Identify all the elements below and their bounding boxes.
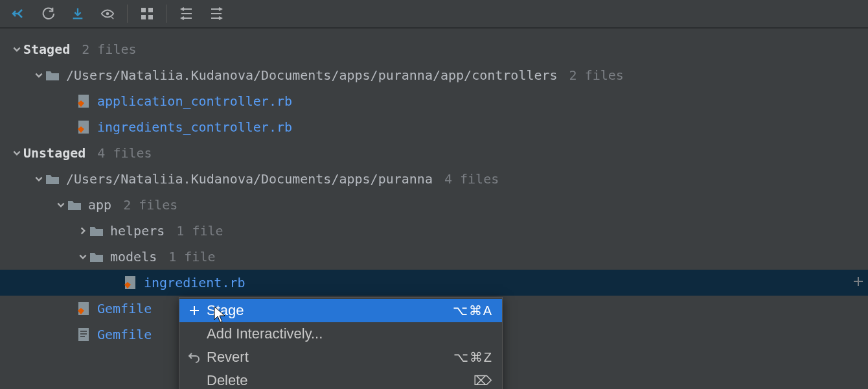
tree-folder[interactable]: models 1 file [0, 244, 868, 270]
ctx-delete[interactable]: Delete ⌦ [179, 369, 502, 389]
file-name: application_controller.rb [97, 93, 292, 109]
chevron-down-icon [76, 252, 89, 261]
file-count: 1 file [176, 223, 223, 239]
svg-rect-2 [148, 8, 153, 12]
collapse-all-icon[interactable] [202, 2, 231, 25]
ruby-file-icon [76, 120, 91, 134]
ruby-file-icon [76, 301, 91, 316]
svg-point-0 [106, 12, 109, 16]
stage-plus-icon[interactable] [852, 275, 864, 290]
group-label: Unstaged [23, 145, 86, 161]
ctx-shortcut: ⌥⌘Z [453, 349, 493, 365]
svg-rect-12 [80, 336, 85, 337]
folder-icon [89, 225, 104, 237]
folder-path: /Users/Nataliia.Kudanova/Documents/apps/… [66, 67, 558, 83]
revert-icon [186, 351, 203, 363]
tree-file[interactable]: ingredients_controller.rb [0, 114, 868, 140]
unstaged-group[interactable]: Unstaged 4 files [0, 140, 868, 166]
ruby-file-icon [76, 94, 91, 108]
download-icon[interactable] [63, 2, 92, 25]
tree-folder[interactable]: /Users/Nataliia.Kudanova/Documents/apps/… [0, 166, 868, 192]
tree-folder[interactable]: helpers 1 file [0, 218, 868, 244]
svg-rect-11 [80, 333, 87, 335]
file-name: ingredients_controller.rb [97, 119, 292, 135]
folder-icon [45, 173, 60, 185]
file-count: 2 files [569, 67, 624, 83]
text-file-icon [76, 327, 91, 342]
ctx-label: Revert [207, 349, 453, 366]
file-count: 1 file [168, 249, 215, 265]
chevron-down-icon [32, 174, 45, 183]
chevron-down-icon [54, 200, 67, 209]
folder-icon [67, 199, 82, 211]
file-name: Gemfile [97, 327, 152, 342]
svg-rect-3 [141, 15, 146, 19]
ctx-stage[interactable]: Stage ⌥⌘A [179, 299, 502, 322]
folder-name: models [110, 249, 157, 265]
ctx-revert[interactable]: Revert ⌥⌘Z [179, 346, 502, 369]
folder-icon [89, 251, 104, 263]
file-count: 2 files [123, 197, 177, 213]
svg-rect-1 [141, 8, 146, 12]
preview-icon[interactable] [93, 2, 122, 25]
context-menu: Stage ⌥⌘A Add Interactively... Revert ⌥⌘… [179, 297, 503, 389]
separator [166, 5, 167, 23]
ctx-shortcut: ⌦ [474, 373, 493, 388]
ruby-file-icon [123, 276, 137, 290]
refresh-icon[interactable] [34, 2, 62, 25]
folder-name: app [88, 197, 111, 213]
ctx-label: Add Interactively... [207, 325, 493, 342]
plus-icon [186, 305, 203, 316]
chevron-down-icon [10, 148, 23, 158]
file-count: 2 files [82, 41, 136, 57]
group-icon[interactable] [133, 2, 161, 25]
staged-group[interactable]: Staged 2 files [0, 36, 868, 62]
chevron-down-icon [10, 45, 23, 54]
file-name: ingredient.rb [144, 275, 246, 290]
toolbar [0, 0, 868, 29]
folder-path: /Users/Nataliia.Kudanova/Documents/apps/… [66, 171, 433, 187]
chevron-right-icon [76, 226, 89, 235]
file-name: Gemfile [97, 301, 152, 316]
ctx-add-interactively[interactable]: Add Interactively... [179, 322, 502, 346]
svg-rect-4 [148, 15, 153, 19]
tree-file[interactable]: application_controller.rb [0, 88, 868, 114]
tree-folder[interactable]: app 2 files [0, 192, 868, 218]
chevron-down-icon [32, 71, 45, 80]
expand-all-icon[interactable] [172, 2, 201, 25]
separator [127, 5, 128, 23]
group-label: Staged [23, 41, 70, 57]
file-count: 4 files [444, 171, 499, 187]
folder-icon [45, 69, 60, 81]
ctx-label: Stage [207, 302, 453, 319]
merge-icon[interactable] [4, 2, 32, 25]
folder-name: helpers [110, 223, 165, 239]
file-count: 4 files [97, 145, 152, 161]
tree-folder[interactable]: /Users/Nataliia.Kudanova/Documents/apps/… [0, 62, 868, 88]
svg-rect-10 [80, 331, 87, 332]
ctx-shortcut: ⌥⌘A [453, 303, 493, 318]
tree-file-selected[interactable]: ingredient.rb [0, 270, 868, 296]
ctx-label: Delete [207, 372, 474, 389]
